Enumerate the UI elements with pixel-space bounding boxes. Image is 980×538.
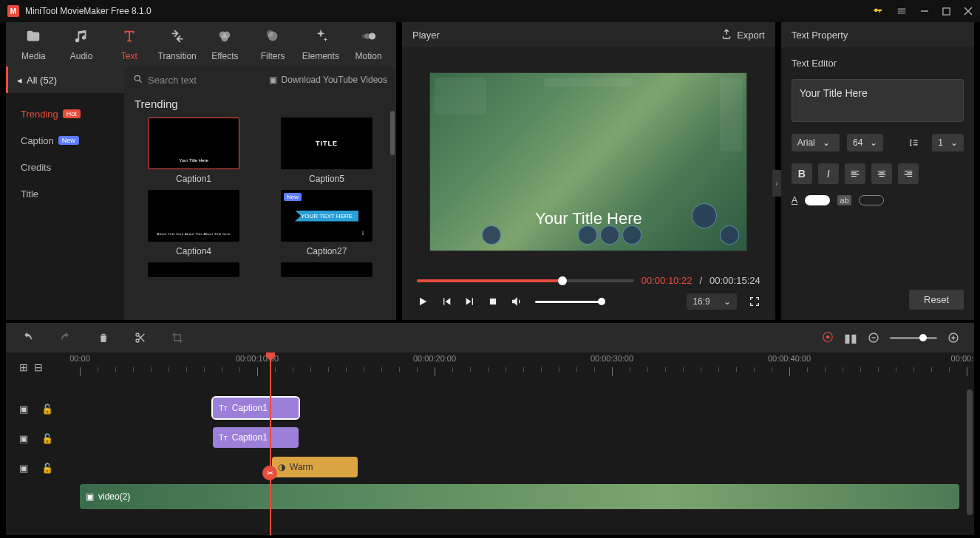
aspect-ratio-select[interactable]: 16:9⌄ (687, 293, 736, 310)
bold-button[interactable]: B (792, 163, 812, 184)
split-button[interactable] (135, 332, 146, 344)
text-color-swatch[interactable] (805, 195, 830, 205)
effects-icon (217, 28, 233, 48)
scrollbar[interactable] (967, 389, 973, 515)
font-select[interactable]: Arial⌄ (792, 134, 840, 151)
text-track-2: ▣ 🔓 Tт Caption1 (6, 423, 974, 453)
timeline-ruler[interactable]: ⊞ ⊟ 00:0000:00:10:0000:00:20:0000:00:30:… (6, 353, 974, 382)
italic-button[interactable]: I (818, 163, 839, 184)
align-center-button[interactable] (871, 163, 892, 184)
undo-button[interactable] (21, 331, 34, 344)
prev-button[interactable] (440, 296, 452, 307)
svg-point-3 (222, 35, 228, 41)
sparkle-icon (313, 28, 329, 48)
export-button[interactable]: Export (721, 28, 765, 42)
magnet-icon[interactable]: ▮▮ (844, 331, 857, 345)
gallery-section-title: Trending (124, 93, 396, 118)
scrollbar[interactable] (390, 111, 395, 155)
text-icon: Tт (219, 404, 228, 412)
align-left-button[interactable] (845, 163, 865, 184)
tab-audio[interactable]: Audio (61, 24, 102, 64)
properties-panel: › Text Property Text Editor Your Title H… (781, 22, 974, 320)
new-badge: New (284, 193, 302, 201)
tab-transition[interactable]: Transition (157, 24, 197, 64)
tab-elements[interactable]: Elements (301, 24, 341, 64)
size-select[interactable]: 64⌄ (847, 134, 883, 151)
add-track-icon[interactable]: ⊞ (19, 361, 28, 373)
preview-overlay-text: Your Title Here (535, 209, 642, 228)
maximize-icon[interactable] (942, 7, 950, 16)
time-current: 00:00:10:22 (642, 275, 693, 286)
tab-filters[interactable]: Filters (253, 24, 293, 64)
download-youtube-link[interactable]: ▣ Download YouTube Videos (269, 75, 387, 85)
scissors-icon[interactable]: ✂ (262, 466, 277, 480)
filter-track: ▣ 🔓 ◑ Warm (6, 453, 974, 483)
crop-button[interactable] (171, 332, 183, 344)
stop-button[interactable] (488, 296, 498, 307)
timeline-toolbar: ⦿ ▮▮ (6, 323, 974, 353)
volume-icon[interactable] (510, 295, 523, 308)
asset-item[interactable]: Your Title Here Caption1 (135, 118, 253, 184)
category-all[interactable]: ◂ All (52) (6, 67, 124, 93)
player-panel: Player Export Your Title Here 00: (402, 22, 775, 320)
asset-tabs: Media Audio Text Transition Effects Filt… (6, 22, 396, 67)
align-right-button[interactable] (898, 163, 919, 184)
zoom-slider[interactable] (890, 337, 937, 339)
next-button[interactable] (464, 296, 476, 307)
chevron-down-icon: ⌄ (870, 137, 877, 148)
line-spacing-select[interactable]: 1⌄ (932, 134, 964, 151)
volume-slider[interactable] (535, 301, 602, 303)
asset-item[interactable]: TITLE Caption5 (268, 118, 386, 184)
svg-point-5 (267, 30, 273, 36)
remove-track-icon[interactable]: ⊟ (34, 361, 43, 373)
seek-bar[interactable]: 00:00:10:22 / 00:00:15:24 (402, 268, 775, 286)
collapse-props-icon[interactable]: › (772, 170, 781, 197)
tab-motion[interactable]: Motion (348, 24, 389, 64)
asset-item[interactable] (135, 262, 253, 277)
reset-button[interactable]: Reset (909, 290, 964, 310)
highlight-icon: ab (837, 195, 851, 205)
clip-caption[interactable]: Tт Caption1 (213, 427, 299, 448)
search-input[interactable]: Search text (133, 74, 197, 86)
category-trending[interactable]: TrendingHot (6, 101, 124, 127)
track-type-icon: ▣ (19, 433, 28, 444)
text-icon: Tт (219, 433, 228, 442)
category-credits[interactable]: Credits (6, 154, 124, 180)
chevron-down-icon: ⌄ (724, 296, 731, 307)
zoom-out-button[interactable] (868, 332, 879, 344)
highlight-color-swatch[interactable] (859, 195, 884, 205)
menu-icon[interactable] (896, 6, 907, 16)
tab-text[interactable]: Text (109, 24, 150, 64)
svg-rect-0 (943, 7, 950, 14)
app-logo: M (7, 5, 19, 17)
video-preview[interactable]: Your Title Here (429, 72, 747, 251)
lock-icon[interactable]: 🔓 (41, 433, 53, 444)
play-button[interactable] (417, 296, 429, 307)
clip-filter[interactable]: ◑ Warm (272, 457, 358, 477)
delete-button[interactable] (98, 332, 109, 344)
close-icon[interactable] (964, 7, 973, 16)
category-title[interactable]: Title (6, 180, 124, 207)
playhead[interactable]: ✂ (270, 353, 271, 535)
category-caption[interactable]: CaptionNew (6, 127, 124, 154)
snap-icon[interactable]: ⦿ (822, 331, 834, 344)
lock-icon[interactable]: 🔓 (41, 404, 53, 415)
timeline[interactable]: ⊞ ⊟ 00:0000:00:10:0000:00:20:0000:00:30:… (6, 353, 974, 535)
upgrade-key-icon[interactable] (873, 6, 883, 16)
tab-effects[interactable]: Effects (205, 24, 245, 64)
download-icon[interactable]: ↓ (356, 225, 370, 239)
redo-button[interactable] (59, 331, 72, 344)
tab-media[interactable]: Media (13, 24, 54, 64)
asset-item[interactable]: New YOUR TEXT HERE ↓ Caption27 (268, 190, 386, 256)
chevron-down-icon: ⌄ (950, 137, 958, 148)
fullscreen-icon[interactable] (749, 296, 760, 307)
clip-video[interactable]: ▣ video(2) (80, 484, 959, 509)
zoom-in-button[interactable] (947, 332, 959, 344)
asset-item[interactable] (268, 262, 386, 277)
text-editor[interactable]: Your Title Here (792, 79, 964, 122)
track-type-icon: ▣ (19, 463, 28, 474)
asset-item[interactable]: About Title here About This About Title … (135, 190, 253, 256)
clip-caption[interactable]: Tт Caption1 (213, 398, 299, 418)
music-icon (73, 28, 89, 48)
minimize-icon[interactable] (920, 7, 929, 16)
